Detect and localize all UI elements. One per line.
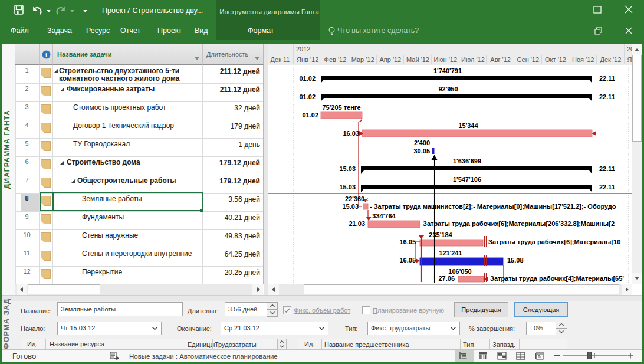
svg-text:15.03: 15.03 [339,165,356,172]
svg-text:Затраты труда рабочих[6];Матер: Затраты труда рабочих[6];Материалы[206'3… [423,220,615,227]
svg-text:i: i [45,51,47,58]
svg-text:22'360 :: 22'360 : [345,195,369,202]
svg-text:22.11: 22.11 [599,165,615,172]
svg-text:15.08: 15.08 [507,257,524,264]
svg-text:01.02: 01.02 [299,93,316,100]
svg-text:75'205 тенге: 75'205 тенге [322,104,360,111]
svg-text:334'764: 334'764 [372,212,396,219]
svg-text:- Затраты труда машинистов[2];: - Затраты труда машинистов[2];- Материал… [370,203,616,210]
svg-text:16.05: 16.05 [399,238,416,245]
svg-text:106'050: 106'050 [448,268,471,275]
svg-text:16.03: 16.03 [343,130,359,137]
svg-text:15.03: 15.03 [342,203,359,210]
svg-text:22.11: 22.11 [599,183,615,191]
svg-text:1'636'699: 1'636'699 [453,158,481,165]
svg-text:30.05: 30.05 [413,147,430,155]
svg-text:92'950: 92'950 [438,86,458,93]
svg-text:15'344: 15'344 [458,122,478,129]
svg-text:Затраты труда рабочих[6];Матер: Затраты труда рабочих[6];Материалы[10 [488,238,620,245]
svg-text:121'241: 121'241 [439,250,462,257]
svg-text:Затраты труда рабочих[4];Матер: Затраты труда рабочих[4];Материалы[65' [490,275,624,282]
svg-text:1'740'791: 1'740'791 [433,67,462,74]
svg-text:235'184: 235'184 [429,231,452,238]
svg-text:16.05: 16.05 [399,257,416,264]
svg-text:27.06: 27.06 [438,275,455,282]
svg-text:01.02: 01.02 [299,75,316,82]
svg-text:01.02: 01.02 [302,112,318,119]
svg-text:22.11: 22.11 [599,75,615,82]
svg-text:22.11: 22.11 [599,93,615,100]
svg-text:1'547'106: 1'547'106 [453,176,481,183]
svg-text:15.03: 15.03 [339,183,356,191]
svg-text:21.03: 21.03 [349,220,365,227]
svg-text:2'400: 2'400 [414,139,430,146]
